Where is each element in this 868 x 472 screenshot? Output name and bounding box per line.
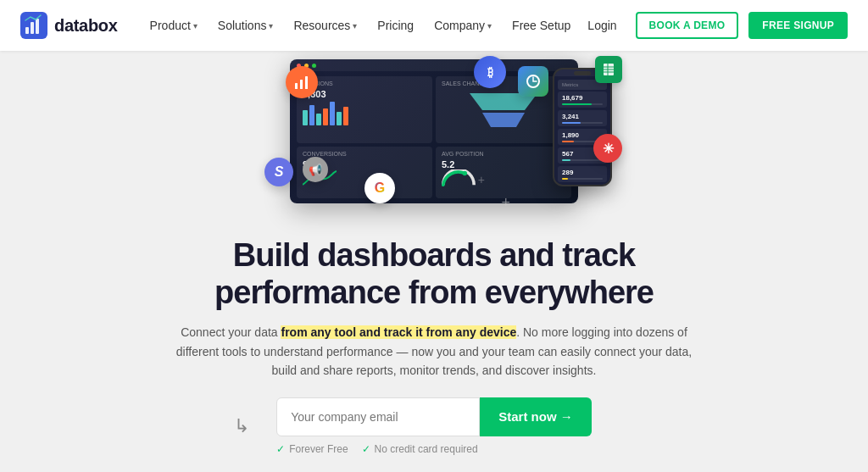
svg-rect-1	[25, 27, 29, 34]
nav-pricing[interactable]: Pricing	[369, 12, 422, 39]
free-signup-button[interactable]: FREE SIGNUP	[748, 12, 848, 39]
stripe-icon: S	[264, 158, 293, 186]
navbar: databox Product ▾ Solutions ▾ Resources …	[0, 0, 868, 51]
check-icon-2: ✓	[362, 443, 370, 455]
nav-product[interactable]: Product ▾	[142, 12, 206, 39]
hero-illustration: SESSIONS 5,303 SALES CHANNEL	[239, 59, 629, 229]
svg-marker-5	[482, 113, 525, 127]
chevron-down-icon: ▾	[269, 21, 273, 31]
nav-actions: Login BOOK A DEMO FREE SIGNUP	[579, 12, 848, 39]
hero-subtext: Connect your data from any tool and trac…	[171, 323, 697, 380]
logo[interactable]: databox	[20, 12, 118, 39]
arrow-hint: ↳	[234, 415, 249, 437]
book-demo-button[interactable]: BOOK A DEMO	[636, 12, 739, 39]
nav-free-setup[interactable]: Free Setup	[504, 12, 579, 39]
databox-logo-icon	[20, 12, 47, 39]
brand-name: databox	[54, 16, 118, 36]
hero-section: SESSIONS 5,303 SALES CHANNEL	[0, 51, 868, 472]
cta-row: Start now →	[276, 397, 592, 436]
nav-company[interactable]: Company ▾	[426, 12, 500, 39]
bitcoin-icon: ₿	[474, 56, 506, 88]
plus-deco2: +	[478, 173, 485, 186]
svg-rect-8	[300, 80, 303, 89]
megaphone-icon: 📢	[303, 157, 328, 182]
chevron-down-icon: ▾	[353, 21, 357, 31]
no-credit-card-note: ✓ No credit card required	[362, 443, 478, 455]
svg-point-6	[463, 171, 467, 175]
metric-card-secondary: SALES CHANNEL	[436, 76, 571, 143]
asterisk-icon: ✳	[593, 134, 622, 163]
analytics-icon	[286, 66, 318, 98]
svg-rect-2	[31, 22, 34, 34]
nav-links: Product ▾ Solutions ▾ Resources ▾ Pricin…	[142, 12, 580, 39]
nav-solutions[interactable]: Solutions ▾	[209, 12, 282, 39]
sheets-icon	[595, 56, 622, 83]
hero-headline: Build dashboards and track performance f…	[214, 237, 654, 311]
mobile-phone: Metrics 18,679 3,241 1,890 567	[553, 68, 612, 186]
login-link[interactable]: Login	[579, 12, 625, 39]
start-now-button[interactable]: Start now →	[480, 397, 592, 436]
check-icon: ✓	[276, 443, 285, 455]
cta-container: ↳ Start now → ✓ Forever Free ✓ No credit…	[276, 397, 592, 455]
svg-rect-7	[295, 83, 298, 89]
google-ads-icon	[518, 66, 548, 97]
google-icon: G	[364, 173, 395, 203]
chevron-down-icon: ▾	[193, 21, 198, 31]
email-input[interactable]	[276, 397, 480, 436]
nav-resources[interactable]: Resources ▾	[285, 12, 365, 39]
svg-rect-3	[36, 19, 39, 34]
cta-notes: ✓ Forever Free ✓ No credit card required	[276, 443, 592, 455]
chevron-down-icon: ▾	[487, 21, 492, 31]
svg-rect-9	[305, 76, 308, 89]
metric-card-position: AVG POSITION 5.2	[436, 147, 571, 198]
plus-deco: +	[501, 194, 510, 212]
forever-free-note: ✓ Forever Free	[276, 443, 348, 455]
